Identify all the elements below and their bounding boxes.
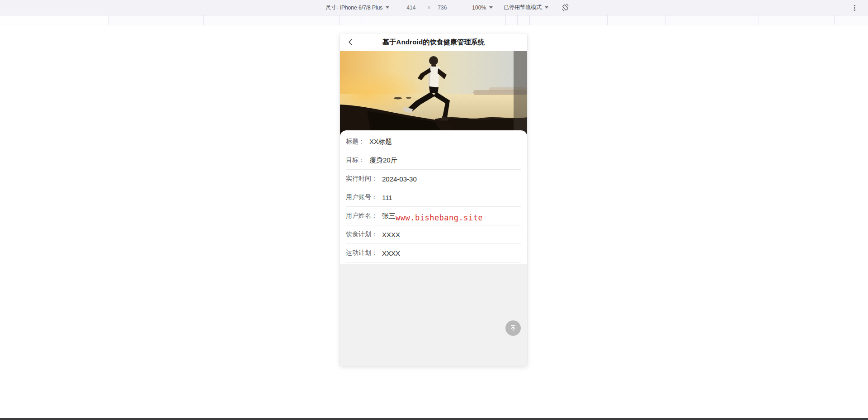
field-row-date: 实行时间： 2024-03-30 [346,170,521,188]
chevron-down-icon [545,6,548,9]
page-title: 基于Android的饮食健康管理系统 [382,38,485,47]
field-row-exercise-plan: 运动计划： XXXX [346,244,521,262]
field-label: 运动计划： [346,249,377,257]
throttling-select[interactable]: 已停用节流模式 [504,4,548,11]
field-value: 2024-03-30 [382,175,417,183]
field-label: 标题： [346,138,365,146]
ruler-strip [0,15,868,25]
times-symbol: × [427,5,430,11]
back-to-top-button[interactable] [505,320,521,336]
field-value: XXXX [382,231,400,239]
field-row-account: 用户账号： 111 [346,188,521,207]
field-row-diet-plan: 饮食计划： XXXX [346,225,521,244]
field-row-title: 标题： XX标题 [346,133,521,151]
devtools-device-toolbar: 尺寸: iPhone 6/7/8 Plus 414 × 736 100% 已停用… [0,0,868,15]
zoom-select[interactable]: 100% [472,5,493,11]
device-select-value: iPhone 6/7/8 Plus [340,5,382,11]
throttling-select-value: 已停用节流模式 [504,4,542,11]
field-value: 瘦身20斤 [369,156,397,165]
back-to-top-icon [509,325,517,332]
field-value: XX标题 [369,138,392,146]
field-row-goal: 目标： 瘦身20斤 [346,151,521,170]
field-row-username: 用户姓名： 张三 www.bishebang.site [346,207,521,225]
zoom-select-value: 100% [472,5,486,11]
more-options-icon[interactable] [851,4,858,12]
chevron-down-icon [386,6,389,9]
field-label: 目标： [346,156,365,164]
taskbar-edge [0,418,868,420]
rotate-device-icon[interactable] [561,3,570,12]
field-value: 张三 [382,212,396,220]
viewport-height-input[interactable]: 736 [438,5,451,11]
field-value: 111 [382,194,392,201]
field-label: 实行时间： [346,175,377,183]
field-value: XXXX [382,249,400,257]
detail-card: 标题： XX标题 目标： 瘦身20斤 实行时间： 2024-03-30 用户账号… [340,130,527,264]
page-footer-area [340,264,527,366]
watermark-text: www.bishebang.site [396,213,483,222]
device-select[interactable]: iPhone 6/7/8 Plus [340,5,389,11]
back-icon[interactable] [346,38,356,48]
viewport-width-input[interactable]: 414 [406,5,420,11]
ruler-segment [0,15,108,25]
field-label: 用户账号： [346,193,377,201]
device-viewport: 基于Android的饮食健康管理系统 [340,33,527,366]
field-label: 饮食计划： [346,230,377,239]
field-label: 用户姓名： [346,212,377,220]
hero-image [340,51,527,136]
dimensions-label: 尺寸: [326,4,338,11]
chevron-down-icon [489,6,493,9]
app-header: 基于Android的饮食健康管理系统 [340,33,527,51]
